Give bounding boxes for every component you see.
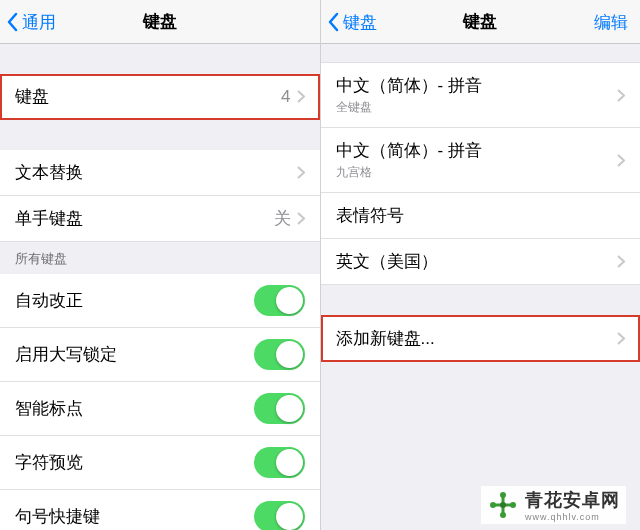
- switch-auto-correct[interactable]: [254, 285, 305, 316]
- cell-label: 自动改正: [15, 289, 254, 312]
- chevron-right-icon: [617, 255, 625, 268]
- cell-label: 句号快捷键: [15, 505, 254, 528]
- back-button-keyboard[interactable]: 键盘: [327, 0, 377, 44]
- cell-label: 中文（简体）- 拼音: [336, 139, 618, 162]
- keyboard-item-pinyin-full[interactable]: 中文（简体）- 拼音 全键盘: [321, 62, 641, 128]
- cell-sub: 全键盘: [336, 99, 618, 116]
- cell-label: 键盘: [15, 85, 281, 108]
- chevron-right-icon: [297, 90, 305, 103]
- cell-auto-correct[interactable]: 自动改正: [0, 274, 320, 328]
- cell-label: 智能标点: [15, 397, 254, 420]
- chevron-right-icon: [617, 89, 625, 102]
- cell-text-replacement[interactable]: 文本替换: [0, 150, 320, 196]
- keyboards-list-pane: 键盘 键盘 编辑 中文（简体）- 拼音 全键盘 中文（简体）- 拼音 九宫格: [321, 0, 641, 530]
- cell-keyboards[interactable]: 键盘 4: [0, 74, 320, 120]
- switch-smart-punct[interactable]: [254, 393, 305, 424]
- keyboard-item-english-us[interactable]: 英文（美国）: [321, 239, 641, 285]
- cell-caps-lock[interactable]: 启用大写锁定: [0, 328, 320, 382]
- cell-smart-punct[interactable]: 智能标点: [0, 382, 320, 436]
- back-button-general[interactable]: 通用: [6, 0, 56, 44]
- cell-label: 文本替换: [15, 161, 297, 184]
- keyboard-item-pinyin-9grid[interactable]: 中文（简体）- 拼音 九宫格: [321, 128, 641, 193]
- back-label: 键盘: [343, 11, 377, 34]
- chevron-right-icon: [617, 332, 625, 345]
- nav-title-right: 键盘: [463, 10, 497, 33]
- chevron-left-icon: [327, 12, 339, 32]
- cell-label: 字符预览: [15, 451, 254, 474]
- logo-icon: [487, 489, 519, 521]
- nav-title-left: 键盘: [143, 10, 177, 33]
- cell-period-shortcut[interactable]: 句号快捷键: [0, 490, 320, 530]
- chevron-left-icon: [6, 12, 18, 32]
- cell-add-keyboard[interactable]: 添加新键盘...: [321, 315, 641, 362]
- cell-label: 单手键盘: [15, 207, 274, 230]
- chevron-right-icon: [297, 166, 305, 179]
- section-header-all: 所有键盘: [0, 242, 320, 274]
- cell-sub: 九宫格: [336, 164, 618, 181]
- cell-label: 添加新键盘...: [336, 327, 618, 350]
- content-left: 键盘 4 文本替换 单手键盘 关 所有键盘 自动改正 启用大写锁定: [0, 44, 320, 530]
- cell-char-preview[interactable]: 字符预览: [0, 436, 320, 490]
- back-label: 通用: [22, 11, 56, 34]
- cell-value: 关: [274, 207, 291, 230]
- navbar-left: 通用 键盘: [0, 0, 320, 44]
- navbar-right: 键盘 键盘 编辑: [321, 0, 641, 44]
- chevron-right-icon: [617, 154, 625, 167]
- watermark-url: www.qhhlv.com: [525, 512, 620, 522]
- chevron-right-icon: [297, 212, 305, 225]
- svg-point-8: [500, 502, 506, 508]
- edit-button[interactable]: 编辑: [594, 0, 628, 44]
- cell-value: 4: [281, 87, 290, 107]
- switch-caps-lock[interactable]: [254, 339, 305, 370]
- switch-char-preview[interactable]: [254, 447, 305, 478]
- cell-label: 英文（美国）: [336, 250, 618, 273]
- content-right: 中文（简体）- 拼音 全键盘 中文（简体）- 拼音 九宫格 表情符号 英文（美国…: [321, 44, 641, 530]
- cell-label: 表情符号: [336, 204, 626, 227]
- cell-label: 启用大写锁定: [15, 343, 254, 366]
- settings-keyboard-pane: 通用 键盘 键盘 4 文本替换 单手键盘 关 所有键盘 自动改正: [0, 0, 321, 530]
- cell-one-handed[interactable]: 单手键盘 关: [0, 196, 320, 242]
- watermark: 青花安卓网 www.qhhlv.com: [481, 486, 626, 524]
- watermark-text: 青花安卓网: [525, 488, 620, 512]
- cell-label: 中文（简体）- 拼音: [336, 74, 618, 97]
- switch-period-shortcut[interactable]: [254, 501, 305, 530]
- keyboard-item-emoji[interactable]: 表情符号: [321, 193, 641, 239]
